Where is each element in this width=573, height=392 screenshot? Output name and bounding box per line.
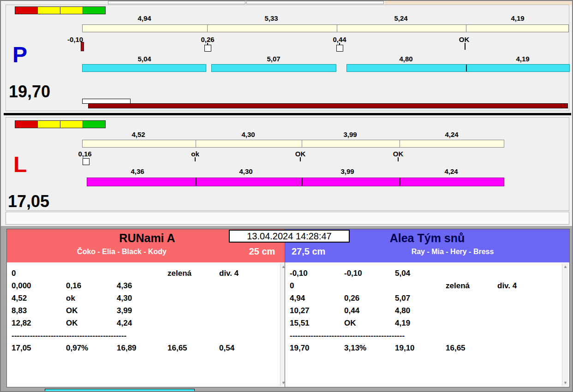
scoreboard-area: RUNami A Čoko - Elia - Black - Kody 25 c… [1, 226, 573, 392]
scroll-down-icon[interactable]: ▼ [562, 380, 568, 386]
marker-tick [300, 157, 301, 161]
status-segment-yellow [37, 6, 60, 14]
table-row: 4,94 0,26 5,07 [285, 292, 569, 304]
cell: 0 [290, 279, 344, 292]
cell [497, 292, 569, 304]
marker-tick [195, 157, 196, 161]
cell: div. 4 [219, 267, 287, 279]
lane-l-split-bar [82, 140, 504, 148]
lane-p-progress-bar [88, 103, 568, 108]
cell: 0,26 [344, 292, 395, 304]
scrollbar-right[interactable]: ▲ ▼ [562, 263, 568, 386]
fault-indicator-bar [81, 42, 84, 51]
cell: 0,44 [344, 304, 395, 317]
results-table-right: -0,10 -0,10 5,04 0 zelená div. 4 4,94 0,… [285, 262, 569, 387]
bar-divider [337, 25, 337, 32]
cell [167, 304, 219, 317]
cell: 0,000 [12, 279, 66, 292]
pass-checkbox[interactable] [336, 45, 343, 52]
leg-time-label: 5,04 [124, 55, 165, 63]
cell: 0,54 [219, 342, 287, 354]
split-time-label: 4,19 [497, 14, 538, 22]
lane-p-split-bar [82, 24, 569, 32]
cell: 16,89 [117, 342, 167, 354]
status-segment-red [15, 6, 38, 14]
cell: OK [66, 317, 117, 329]
cell: 16,65 [167, 342, 219, 354]
cell: OK [66, 304, 117, 317]
cell [167, 279, 219, 292]
team-members: Ray - Mia - Hery - Bress [336, 248, 569, 256]
split-time-label: 5,24 [380, 14, 422, 22]
pass-checkbox[interactable] [83, 158, 90, 165]
lane-p-status-strip [15, 6, 106, 14]
pass-checkbox[interactable] [204, 45, 211, 52]
timing-app-window: 4,94 5,33 5,24 4,19 -0,10 0,26 0,44 OK 5… [0, 0, 573, 392]
cell [497, 317, 569, 329]
marker-label: -0,10 [59, 36, 91, 43]
cell: 5,04 [395, 267, 446, 279]
summary-row: 17,05 0,97% 16,89 16,65 0,54 [7, 342, 287, 354]
summary-row: 19,70 3,13% 19,10 16,65 [285, 342, 569, 354]
marker-label: 0,16 [69, 150, 101, 158]
leg-time-label: 4,80 [385, 55, 427, 63]
cell: 19,70 [290, 342, 344, 354]
cell: ok [66, 292, 117, 304]
leg-time-label: 4,24 [430, 167, 472, 175]
bar-divider [400, 178, 400, 186]
marker-label: OK [448, 36, 480, 43]
cell: 15,51 [290, 317, 344, 329]
cell: div. 4 [497, 279, 569, 292]
marker-label: OK [382, 150, 414, 158]
lane-l-total-time: 17,05 [8, 193, 49, 210]
cell: 4,80 [395, 304, 446, 317]
lane-l-status-strip [15, 120, 106, 128]
bar-divider [196, 178, 197, 186]
empty-strip [6, 212, 569, 225]
lane-p-letter: P [12, 44, 27, 66]
bar-divider [196, 140, 196, 147]
results-table-left: 0 zelená div. 4 0,000 0,16 4,36 4,52 ok [7, 262, 287, 387]
table-separator: ----------------------------------------… [7, 329, 287, 342]
cell: 8,83 [12, 304, 66, 317]
cell [497, 267, 569, 279]
cell: 4,52 [12, 292, 66, 304]
jump-height: 27,5 cm [285, 246, 336, 257]
top-window-strip-1 [108, 1, 245, 4]
cell: zelená [167, 267, 219, 279]
table-row: 12,82 OK 4,24 [7, 317, 287, 329]
split-time-label: 3,99 [329, 131, 371, 138]
cell [167, 317, 219, 329]
status-segment-green [83, 6, 106, 14]
lane-p-total-time: 19,70 [9, 83, 50, 100]
cell: 0 [12, 267, 66, 279]
cell: 4,94 [290, 292, 344, 304]
cell [167, 292, 219, 304]
cell: 4,19 [395, 317, 446, 329]
split-time-label: 4,94 [124, 14, 165, 22]
cell: OK [344, 317, 395, 329]
split-time-label: 4,52 [118, 131, 159, 138]
table-row: 0 zelená div. 4 [7, 267, 287, 279]
team-panel-left: RUNami A Čoko - Elia - Black - Kody 25 c… [6, 229, 288, 387]
leg-time-label: 4,30 [225, 167, 267, 175]
status-segment-red [15, 120, 38, 128]
table-row: 10,27 0,44 4,80 [285, 304, 569, 317]
cell [395, 279, 446, 292]
marker-label: 0,26 [191, 36, 224, 43]
cell: 4,36 [117, 279, 167, 292]
leg-time-label: 5,07 [253, 55, 294, 63]
table-separator: ----------------------------------------… [285, 329, 569, 342]
marker-label: 0,44 [323, 36, 356, 43]
cell: 0,97% [66, 342, 117, 354]
scroll-up-icon[interactable]: ▲ [562, 263, 568, 270]
cell: 10,27 [290, 304, 344, 317]
status-segment-yellow [60, 6, 83, 14]
cell: 16,65 [446, 342, 497, 354]
cell [117, 267, 167, 279]
bar-divider [466, 25, 466, 32]
leg-time-label: 4,19 [502, 55, 543, 63]
table-row: 0 zelená div. 4 [285, 279, 569, 292]
bar-divider [466, 65, 467, 71]
cell [446, 317, 497, 329]
